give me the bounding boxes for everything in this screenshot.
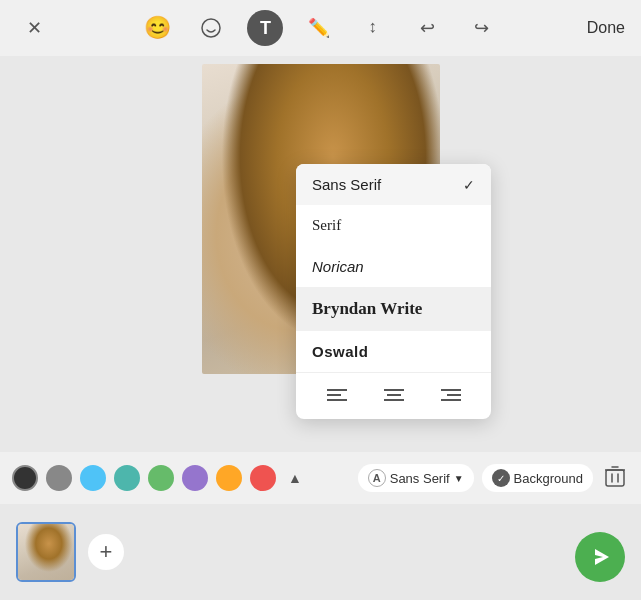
font-option-norican[interactable]: Norican [296, 246, 491, 287]
color-palette: ▲ [12, 465, 350, 491]
font-option-bryndan[interactable]: Bryndan Write [296, 287, 491, 331]
undo-button[interactable]: ↩ [409, 10, 445, 46]
font-selector-chevron: ▼ [454, 473, 464, 484]
svg-point-0 [202, 19, 220, 37]
canvas-area: 😊 Sans Serif ✓ Serif Norican Bryndan Wri… [0, 56, 641, 476]
font-selector-button[interactable]: A Sans Serif ▼ [358, 464, 474, 492]
add-photo-button[interactable]: + [88, 534, 124, 570]
color-green[interactable] [148, 465, 174, 491]
color-red[interactable] [250, 465, 276, 491]
background-label: Background [514, 471, 583, 486]
delete-button[interactable] [601, 461, 629, 496]
send-button[interactable] [575, 532, 625, 582]
bottom-color-bar: ▲ A Sans Serif ▼ ✓ Background [0, 452, 641, 504]
font-option-oswald[interactable]: Oswald [296, 331, 491, 372]
background-selector-button[interactable]: ✓ Background [482, 464, 593, 492]
top-toolbar: ✕ 😊 T ✏️ ↔ ↩ ↪ Done [0, 0, 641, 56]
font-label-serif: Serif [312, 217, 341, 234]
color-black[interactable] [12, 465, 38, 491]
selected-checkmark: ✓ [463, 177, 475, 193]
photo-thumbnail[interactable] [16, 522, 76, 582]
crop-tool[interactable]: ↔ [355, 10, 391, 46]
done-button[interactable]: Done [587, 19, 625, 37]
font-dropdown: Sans Serif ✓ Serif Norican Bryndan Write… [296, 164, 491, 419]
alignment-row [296, 372, 491, 419]
color-teal[interactable] [114, 465, 140, 491]
font-label-oswald: Oswald [312, 343, 368, 360]
background-check-icon: ✓ [492, 469, 510, 487]
svg-marker-15 [595, 549, 609, 565]
align-right-button[interactable] [433, 381, 469, 411]
color-purple[interactable] [182, 465, 208, 491]
text-tool[interactable]: T [247, 10, 283, 46]
align-left-button[interactable] [319, 381, 355, 411]
redo-button[interactable]: ↪ [463, 10, 499, 46]
sticker-tool[interactable] [193, 10, 229, 46]
font-selector-icon: A [368, 469, 386, 487]
font-label-norican: Norican [312, 258, 364, 275]
color-gray[interactable] [46, 465, 72, 491]
font-option-sans-serif[interactable]: Sans Serif ✓ [296, 164, 491, 205]
expand-colors-button[interactable]: ▲ [288, 470, 302, 486]
draw-tool[interactable]: ✏️ [301, 10, 337, 46]
toolbar-right: Done [587, 19, 625, 37]
svg-rect-10 [606, 470, 624, 486]
font-option-serif[interactable]: Serif [296, 205, 491, 246]
font-label-sans-serif: Sans Serif [312, 176, 381, 193]
font-label-bryndan: Bryndan Write [312, 299, 422, 319]
emoji-tool[interactable]: 😊 [139, 10, 175, 46]
font-selector-label: Sans Serif [390, 471, 450, 486]
toolbar-left: ✕ [16, 10, 52, 46]
align-center-button[interactable] [376, 381, 412, 411]
color-blue[interactable] [80, 465, 106, 491]
toolbar-center: 😊 T ✏️ ↔ ↩ ↪ [139, 10, 499, 46]
close-button[interactable]: ✕ [16, 10, 52, 46]
color-orange[interactable] [216, 465, 242, 491]
bottom-strip: + [0, 504, 641, 600]
